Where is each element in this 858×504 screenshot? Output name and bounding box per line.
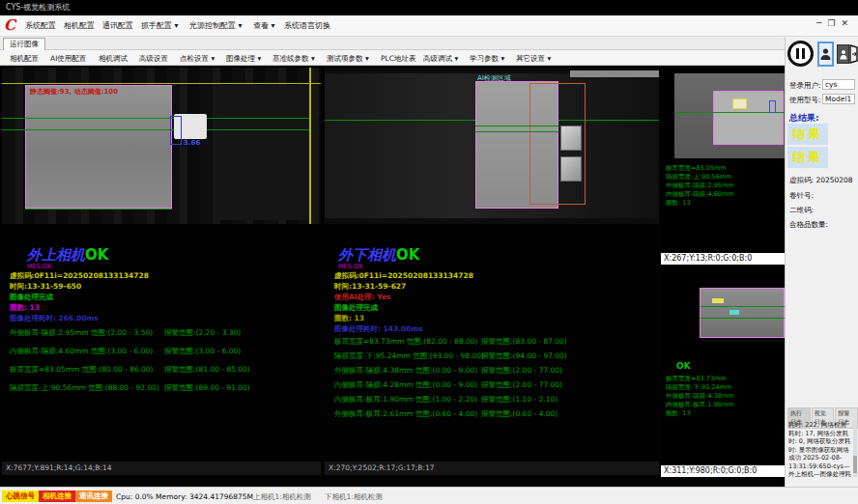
mid-measure-4: 内侧极耳-隔膜:4.28mm 范围:(0.00 - 9.00) [334,380,477,390]
heartbeat-badge: 心跳信号 [2,490,39,502]
aux-camera-view-bottom[interactable]: OK 极耳宽度=83.73mm 隔膜宽度-下:95.24mm 外侧极耳-隔膜:4… [661,266,785,477]
left-subtitle: MES:OK [27,263,51,270]
tab-bar: 运行图像 [0,37,785,50]
log-text: 耗时: 222, 网络检测耗时: 17, 网络分发耗时: 0, 网络获取分发耗时… [788,421,852,477]
mid-alarm-2: 报警范围:(94.00 - 97.00) [481,351,567,361]
title-bar: CYS-视觉检测系统 [0,0,858,15]
left-pixel-readout: X:7677;Y:891;R:14;G:14;B:14 [2,462,321,475]
left-barcode: 虚拟码:0F11i=20250208133134728 [10,271,149,281]
app-logo-icon: C [4,16,15,34]
mid-status: 图像处理完成 [334,303,378,313]
tool-spot-check[interactable]: 点检设置 ▾ [180,54,214,64]
measure-line-green-3 [25,209,172,210]
mid-alarm-5: 报警范围:(1.10 - 2.10) [481,395,558,405]
cpu-memory-readout: Cpu: 0.0% Memory: 3424.41796875M [116,492,253,501]
camera-view-lower-outer[interactable]: AI检测区域 [325,68,659,224]
tool-camera-config[interactable]: 相机配置 [10,54,39,64]
user-button-selected[interactable] [817,42,834,67]
left-measure-1: 外侧极耳-隔膜:2.95mm 范围:(2.00 - 3.50) [10,328,153,338]
tool-advanced-debug[interactable]: 高级调试 ▾ [423,54,458,64]
menu-view[interactable]: 查看 ▾ [253,20,275,31]
tool-advanced-settings[interactable]: 高级设置 [139,54,168,64]
roi-box-blue [170,116,182,145]
ai-region-label: AI检测区域 [477,73,511,83]
camera-status-badge: 相机连接 [39,490,75,502]
mid-measure-5: 内侧极耳-极耳:1.90mm 范围:(1.00 - 2.20) [334,395,477,405]
user-icon [820,47,831,61]
left-elapsed: 图像处理耗时: 266.00ms [10,314,99,323]
overlay-line: 隔膜宽度-上:90.56mm [666,173,734,182]
log-scrollbar-thumb[interactable] [853,456,857,473]
left-result-ok: OK [85,246,108,264]
overlay-line: 极耳宽度=83.73mm [666,375,734,383]
measure-line-green-1 [2,118,309,119]
menu-light-config[interactable]: 光源控制配置 ▾ [189,20,243,31]
aux-camera-view-top[interactable]: 极耳宽度=83.05mm 隔膜宽度-上:90.56mm 外侧极耳-隔膜:2.95… [661,68,785,265]
menu-bar: C 系统配置 相机配置 通讯配置 抓手配置 ▾ 光源控制配置 ▾ 查看 ▾ 系统… [0,15,858,37]
menu-comm-config[interactable]: 通讯配置 [102,20,133,31]
window-controls[interactable]: ─❐✕ [816,18,854,28]
measure-line-green-2 [701,318,786,319]
login-user-field[interactable]: cys [822,79,855,90]
mid-elapsed: 图像处理耗时: 143.00ms [334,324,423,334]
aux-top-pixel-readout: X:267;Y:13;R:0;G:0;B:0 [661,253,785,265]
operator-button[interactable] [837,44,849,64]
minimize-icon[interactable]: ─ [816,18,827,28]
mid-alarm-6: 报警范围:(0.60 - 4.00) [481,409,558,419]
login-user-label: 登录用户: [789,81,821,91]
mid-measure-2: 隔膜宽度-下:95.24mm 范围:(93.00 - 98.00) [334,351,484,361]
tool-other-settings[interactable]: 其它设置 ▾ [516,54,551,64]
tab-run-image[interactable]: 运行图像 [3,38,45,50]
overlay-line: 外侧极耳-隔膜:2.95mm [666,182,734,190]
detail-thumbnail-1 [560,126,582,151]
secondary-toolbar: 相机配置 AI使用配置 相机调试 高级设置 点检设置 ▾ 图像处理 ▾ 基准线参… [0,50,785,66]
measure-line-green-2 [2,129,309,130]
roi-marker-cyan [729,310,739,315]
left-measure-2: 内侧极耳-隔膜:4.60mm 范围:(3.00 - 6.00) [10,347,153,356]
exit-door-icon [849,44,858,64]
measure-line-green-2 [475,126,558,126]
roi-marker-yellow [712,298,724,303]
left-alarm-1: 报警范围:(2.20 - 3.30) [164,328,241,338]
mid-pixel-readout: X:270;Y:2502;R:17;G:17;B:17 [325,462,659,475]
menu-gripper-config[interactable]: 抓手配置 ▾ [141,20,179,31]
tool-camera-debug[interactable]: 相机调试 [99,54,128,64]
tool-learning-params[interactable]: 学习参数 ▾ [470,54,504,64]
measure-line-green [701,306,786,307]
needle-number-label: 卷针号: [789,191,814,201]
model-field[interactable]: Model1 [822,94,855,104]
maximize-icon[interactable]: ❐ [827,18,841,28]
tool-plc-address[interactable]: PLC地址表 [381,54,415,64]
app-window: CYS-视觉检测系统 C 系统配置 相机配置 通讯配置 抓手配置 ▾ 光源控制配… [0,0,858,504]
mid-measure-3: 外侧极耳-隔膜:4.38mm 范围:(0.00 - 9.00) [334,366,477,376]
left-measure-3: 极耳宽度=83.05mm 范围:(80.00 - 86.00) [10,365,154,375]
roi-box-blue [769,100,776,113]
pause-button[interactable] [787,41,814,67]
overlay-line: 隔膜宽度-下:95.24mm [666,383,734,392]
aux-image [700,288,785,338]
status-bar: 心跳信号 相机连接 通讯连接 Cpu: 0.0% Memory: 3424.41… [0,487,858,504]
tool-ai-usage[interactable]: AI使用配置 [50,54,86,64]
product-region: 静态阈值:93, 动态阈值:100 [25,85,172,209]
menu-camera-config[interactable]: 相机配置 [64,20,95,31]
mid-camera-name: 外下相机 [338,246,396,264]
left-alarm-4: 报警范围:(89.00 - 91.00) [164,383,250,393]
tool-image-process[interactable]: 图像处理 ▾ [226,54,261,64]
threshold-overlay-text: 静态阈值:93, 动态阈值:100 [30,87,118,97]
tool-test-params[interactable]: 测试项参数 ▾ [327,54,369,64]
menu-system-config[interactable]: 系统配置 [25,20,56,31]
exit-button[interactable] [849,44,858,64]
machine-background [214,85,309,220]
window-title: CYS-视觉检测系统 [6,3,70,12]
mid-alarm-1: 报警范围:(83.00 - 87.00) [481,337,567,347]
close-icon[interactable]: ✕ [841,18,854,28]
left-status: 图像处理完成 [10,293,53,302]
camera-view-upper-outer[interactable]: 静态阈值:93, 动态阈值:100 3.66 [2,68,321,224]
measure-line-green [674,112,785,113]
menu-language-switch[interactable]: 系统语言切换 [284,20,330,31]
reference-line-yellow-h [2,83,321,84]
tool-baseline-params[interactable]: 基准线参数 ▾ [272,54,315,64]
log-scrollbar[interactable] [853,421,857,477]
machine-rail [570,70,659,77]
mid-measure-6: 外侧极耳-极耳:2.61mm 范围:(0.60 - 4.00) [334,409,477,419]
